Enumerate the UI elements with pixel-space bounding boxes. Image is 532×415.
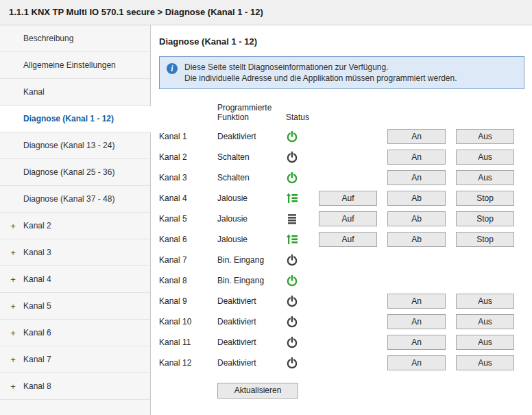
auf-button[interactable]: Auf (319, 191, 377, 206)
sidebar-item-label: Diagnose (Kanal 13 - 24) (23, 141, 114, 150)
channel-label: Kanal 9 (159, 296, 217, 306)
page-title: Diagnose (Kanal 1 - 12) (159, 36, 524, 47)
an-button[interactable]: An (387, 129, 446, 144)
function-label: Deaktiviert (217, 132, 286, 141)
expand-plus-icon[interactable]: + (8, 248, 18, 258)
sidebar-item-label: Diagnose (Kanal 37 - 48) (23, 194, 114, 204)
main-panel: Diagnose (Kanal 1 - 12) i Diese Seite st… (151, 25, 532, 415)
breadcrumb: 1.1.1 KNX TP Multi IO 570.1 secure > Dia… (0, 0, 532, 25)
channel-label: Kanal 2 (159, 152, 217, 162)
sidebar-item-kanal-7[interactable]: +Kanal 7 (0, 346, 150, 373)
power-icon (286, 295, 319, 307)
stop-button[interactable]: Stop (456, 211, 514, 226)
channel-label: Kanal 3 (159, 173, 217, 182)
channel-label: Kanal 11 (159, 337, 217, 347)
table-row: Kanal 1DeaktiviertAnAus (159, 126, 524, 147)
channel-label: Kanal 12 (159, 358, 217, 368)
column-header-programmierte-funktion: Programmierte Funktion (217, 103, 286, 122)
sidebar-item-allgemeine-einstellungen[interactable]: Allgemeine Einstellungen (0, 52, 150, 79)
table-row: Kanal 6JalousieAufAbStop (159, 229, 524, 250)
aus-button[interactable]: Aus (456, 170, 514, 185)
sidebar: BeschreibungAllgemeine EinstellungenKana… (0, 25, 151, 415)
expand-plus-icon[interactable]: + (8, 355, 18, 365)
stop-button[interactable]: Stop (456, 232, 514, 247)
ab-button[interactable]: Ab (387, 211, 446, 226)
function-label: Bin. Eingang (217, 255, 286, 265)
aktualisieren-button[interactable]: Aktualisieren (217, 383, 298, 399)
power-icon (286, 336, 319, 348)
sidebar-item-label: Kanal 2 (23, 221, 51, 230)
sidebar-item-kanal-2[interactable]: +Kanal 2 (0, 213, 150, 239)
sidebar-item-label: Diagnose (Kanal 25 - 36) (23, 167, 114, 177)
table-row: Kanal 9DeaktiviertAnAus (159, 291, 524, 311)
function-label: Deaktiviert (217, 337, 286, 347)
auf-button[interactable]: Auf (319, 232, 377, 247)
aus-button[interactable]: Aus (456, 314, 514, 329)
sidebar-item-label: Kanal 3 (23, 248, 51, 257)
channel-label: Kanal 10 (159, 317, 217, 327)
sidebar-item-kanal[interactable]: Kanal (0, 79, 150, 106)
power-icon (286, 316, 319, 328)
channel-rows: Kanal 1DeaktiviertAnAusKanal 2SchaltenAn… (159, 126, 524, 373)
function-label: Deaktiviert (217, 296, 286, 306)
sidebar-item-kanal-8[interactable]: +Kanal 8 (0, 373, 150, 400)
aus-button[interactable]: Aus (456, 129, 514, 144)
info-box: i Diese Seite stellt Diagnoseinformation… (159, 56, 524, 89)
ab-button[interactable]: Ab (387, 232, 446, 247)
app-layout: BeschreibungAllgemeine EinstellungenKana… (0, 25, 532, 415)
ab-button[interactable]: Ab (387, 191, 446, 206)
power-icon (286, 357, 319, 369)
table-header: Programmierte Funktion Status (159, 97, 524, 122)
sidebar-item-kanal-5[interactable]: +Kanal 5 (0, 293, 150, 320)
sidebar-item-diagnose-kanal-25-36[interactable]: Diagnose (Kanal 25 - 36) (0, 159, 150, 186)
expand-plus-icon[interactable]: + (8, 274, 18, 285)
sidebar-item-diagnose-kanal-1-12[interactable]: Diagnose (Kanal 1 - 12) (0, 106, 151, 132)
sidebar-item-kanal-6[interactable]: +Kanal 6 (0, 320, 150, 346)
an-button[interactable]: An (387, 150, 446, 165)
sidebar-item-label: Beschreibung (23, 34, 73, 43)
sidebar-item-label: Allgemeine Einstellungen (23, 60, 116, 70)
an-button[interactable]: An (387, 335, 446, 350)
power-icon (286, 274, 319, 287)
sidebar-item-label: Kanal 8 (23, 381, 51, 391)
function-label: Jalousie (217, 235, 286, 244)
an-button[interactable]: An (387, 355, 446, 370)
aus-button[interactable]: Aus (456, 294, 514, 309)
expand-plus-icon[interactable]: + (8, 328, 18, 338)
auf-button[interactable]: Auf (319, 211, 377, 226)
function-label: Schalten (217, 173, 286, 182)
info-icon: i (167, 63, 178, 74)
column-header-status: Status (286, 112, 319, 122)
table-row: Kanal 10DeaktiviertAnAus (159, 311, 524, 332)
table-row: Kanal 3SchaltenAnAus (159, 167, 524, 188)
sidebar-item-kanal-4[interactable]: +Kanal 4 (0, 266, 150, 293)
blinds-icon (286, 213, 319, 225)
expand-plus-icon[interactable]: + (8, 221, 18, 231)
sidebar-item-beschreibung[interactable]: Beschreibung (0, 25, 150, 52)
expand-plus-icon[interactable]: + (8, 301, 18, 311)
function-label: Deaktiviert (217, 358, 286, 368)
sidebar-item-label: Kanal 7 (23, 355, 51, 364)
sidebar-item-kanal-3[interactable]: +Kanal 3 (0, 239, 150, 266)
power-icon (286, 254, 319, 266)
aus-button[interactable]: Aus (456, 355, 514, 370)
channel-label: Kanal 5 (159, 214, 217, 224)
sidebar-item-label: Kanal 6 (23, 328, 51, 337)
channel-label: Kanal 1 (159, 132, 217, 141)
an-button[interactable]: An (387, 170, 446, 185)
function-label: Jalousie (217, 193, 286, 203)
stop-button[interactable]: Stop (456, 191, 514, 206)
channel-label: Kanal 4 (159, 193, 217, 203)
aus-button[interactable]: Aus (456, 335, 514, 350)
sidebar-item-label: Kanal (23, 87, 45, 97)
function-label: Schalten (217, 152, 286, 162)
sidebar-item-diagnose-kanal-37-48[interactable]: Diagnose (Kanal 37 - 48) (0, 186, 150, 213)
aus-button[interactable]: Aus (456, 150, 514, 165)
info-line-1: Diese Seite stellt Diagnoseinformationen… (184, 62, 457, 73)
expand-plus-icon[interactable]: + (8, 381, 18, 392)
table-row: Kanal 7Bin. Eingang (159, 250, 524, 270)
sidebar-item-diagnose-kanal-13-24[interactable]: Diagnose (Kanal 13 - 24) (0, 132, 150, 159)
an-button[interactable]: An (387, 314, 446, 329)
an-button[interactable]: An (387, 294, 446, 309)
function-label: Bin. Eingang (217, 276, 286, 285)
